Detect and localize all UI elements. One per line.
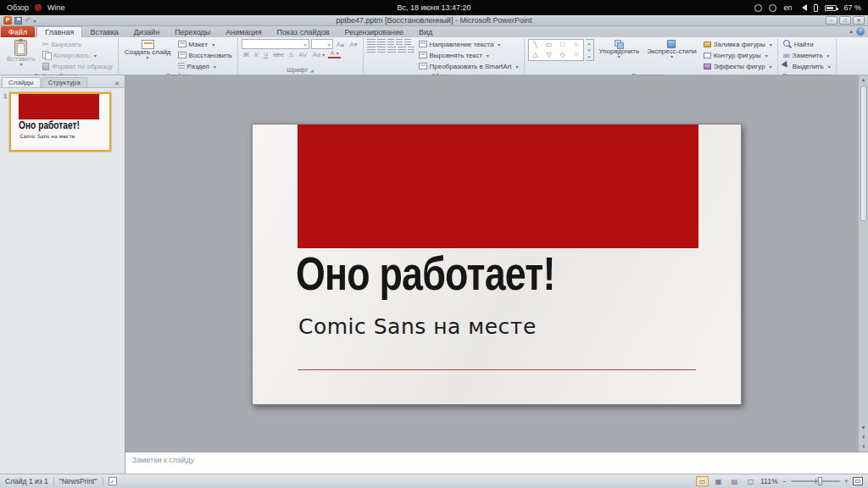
slide-sorter-view-button[interactable]: [712, 476, 725, 486]
window-titlebar[interactable]: pptbe47.pptm [Восстановленный] - Microso…: [0, 15, 868, 26]
font-size-combobox[interactable]: [311, 39, 333, 49]
tab-view[interactable]: Вид: [411, 26, 440, 37]
character-spacing-button[interactable]: AV: [297, 51, 309, 58]
convert-smartart-button[interactable]: Преобразовать в SmartArt: [417, 61, 520, 71]
cut-button[interactable]: Вырезать: [41, 39, 114, 49]
phone-icon[interactable]: [814, 4, 818, 12]
shape-rectangle-icon[interactable]: ▭: [542, 40, 556, 50]
next-slide-icon[interactable]: [859, 442, 868, 452]
tab-home[interactable]: Главная: [36, 26, 82, 37]
line-spacing-icon[interactable]: [404, 39, 411, 46]
justify-icon[interactable]: [398, 47, 406, 53]
previous-slide-icon[interactable]: [859, 433, 868, 442]
zoom-slider-thumb[interactable]: [818, 477, 822, 485]
arrange-button[interactable]: Упорядочить: [597, 39, 643, 61]
normal-view-button[interactable]: [696, 476, 709, 486]
shapes-more-icon[interactable]: [588, 54, 591, 59]
shape-triangle-icon[interactable]: △: [529, 50, 542, 60]
grow-font-icon[interactable]: А▴: [335, 41, 346, 48]
slideshow-view-button[interactable]: [744, 476, 757, 486]
shape-fill-button[interactable]: Заливка фигуры: [702, 39, 774, 49]
align-left-icon[interactable]: [367, 47, 376, 53]
save-icon[interactable]: [14, 17, 22, 25]
shapes-scroll-down-icon[interactable]: [588, 47, 591, 53]
tab-review[interactable]: Рецензирование: [337, 26, 412, 37]
spellcheck-icon[interactable]: [108, 477, 117, 485]
strikethrough-button[interactable]: abc: [271, 51, 286, 58]
undo-icon[interactable]: [25, 16, 31, 25]
find-button[interactable]: Найти: [782, 39, 832, 49]
powerpoint-icon[interactable]: [3, 16, 12, 25]
collapse-ribbon-icon[interactable]: [849, 28, 853, 35]
scroll-up-icon[interactable]: [859, 75, 868, 85]
screenshot-icon[interactable]: [754, 4, 762, 12]
replace-button[interactable]: Заменить: [782, 50, 832, 60]
notes-pane[interactable]: Заметки к слайду: [125, 452, 868, 474]
shape-effects-button[interactable]: Эффекты фигур: [702, 61, 774, 71]
wine-app-menu[interactable]: Wine: [47, 3, 65, 12]
volume-icon[interactable]: [798, 4, 807, 11]
numbering-icon[interactable]: [377, 39, 386, 46]
format-painter-button[interactable]: Формат по образцу: [41, 61, 114, 71]
shape-square-icon[interactable]: □: [556, 40, 570, 50]
shape-circle-icon[interactable]: ○: [570, 40, 583, 50]
underline-button[interactable]: Ч: [262, 51, 270, 58]
italic-button[interactable]: К: [253, 51, 260, 58]
tab-animations[interactable]: Анимация: [218, 26, 269, 37]
shape-line-icon[interactable]: ╲: [529, 40, 542, 50]
scroll-down-icon[interactable]: [859, 424, 868, 433]
shape-diamond-icon[interactable]: ◇: [556, 50, 570, 60]
clock[interactable]: Вс, 18 июня 13:47:20: [397, 3, 470, 12]
shapes-scroll-up-icon[interactable]: [588, 41, 591, 46]
zoom-in-icon[interactable]: [843, 477, 849, 485]
slide-title[interactable]: Оно работает!: [296, 248, 555, 299]
shapes-scrollbar[interactable]: [586, 39, 594, 61]
align-text-button[interactable]: Выровнять текст: [417, 50, 520, 60]
new-slide-button[interactable]: Создать слайд: [122, 39, 174, 62]
quick-styles-button[interactable]: Экспресс-стили: [644, 39, 699, 61]
change-case-button[interactable]: Аа: [310, 51, 326, 58]
close-pane-icon[interactable]: [111, 80, 123, 87]
tab-slides-thumbnails[interactable]: Слайды: [2, 77, 41, 87]
tab-slideshow[interactable]: Показ слайдов: [270, 26, 337, 37]
bullets-icon[interactable]: [367, 39, 376, 46]
close-button[interactable]: [853, 16, 865, 25]
section-button[interactable]: Раздел: [176, 61, 234, 71]
customize-toolbar-icon[interactable]: [34, 16, 36, 25]
minimize-button[interactable]: [826, 16, 837, 25]
slide-banner-shape[interactable]: [298, 125, 698, 248]
font-name-combobox[interactable]: [242, 39, 309, 49]
zoom-slider[interactable]: [791, 480, 840, 482]
copy-button[interactable]: Копировать: [41, 50, 114, 60]
tab-file[interactable]: Файл: [1, 26, 35, 37]
slide[interactable]: Оно работает! Comic Sans на месте: [252, 124, 742, 405]
shrink-font-icon[interactable]: А▾: [348, 41, 359, 48]
decrease-indent-icon[interactable]: [387, 39, 394, 46]
select-button[interactable]: Выделить: [782, 61, 832, 71]
shape-triangle-down-icon[interactable]: ▽: [542, 50, 556, 60]
slide-thumbnail[interactable]: Оно работает! Comic Sans на месте: [9, 92, 111, 152]
vertical-scrollbar[interactable]: [858, 75, 868, 452]
reading-view-button[interactable]: [728, 476, 741, 486]
reset-button[interactable]: Восстановить: [176, 50, 234, 60]
bold-button[interactable]: Ж: [242, 51, 251, 58]
text-direction-button[interactable]: Направление текста: [417, 39, 520, 49]
slide-subtitle[interactable]: Comic Sans на месте: [298, 314, 537, 339]
maximize-button[interactable]: [839, 16, 851, 25]
align-center-icon[interactable]: [377, 47, 386, 53]
font-dialog-launcher-icon[interactable]: [310, 66, 314, 74]
font-color-button[interactable]: А: [328, 50, 340, 58]
tab-outline[interactable]: Структура: [42, 77, 87, 87]
tab-design[interactable]: Дизайн: [126, 26, 167, 37]
increase-indent-icon[interactable]: [396, 39, 403, 46]
tab-transitions[interactable]: Переходы: [167, 26, 218, 37]
shape-outline-button[interactable]: Контур фигуры: [702, 50, 774, 60]
zoom-out-icon[interactable]: [781, 477, 787, 485]
slide-canvas[interactable]: Оно работает! Comic Sans на месте: [125, 75, 868, 452]
fit-to-window-icon[interactable]: [853, 477, 863, 485]
paste-button[interactable]: Вставить: [4, 39, 38, 69]
keyboard-layout-indicator[interactable]: en: [783, 3, 792, 12]
shapes-gallery[interactable]: ╲ ▭ □ ○ △ ▽ ◇ ☆: [528, 39, 584, 61]
theme-name[interactable]: "NewsPrint": [59, 477, 97, 485]
record-icon[interactable]: [769, 4, 776, 12]
